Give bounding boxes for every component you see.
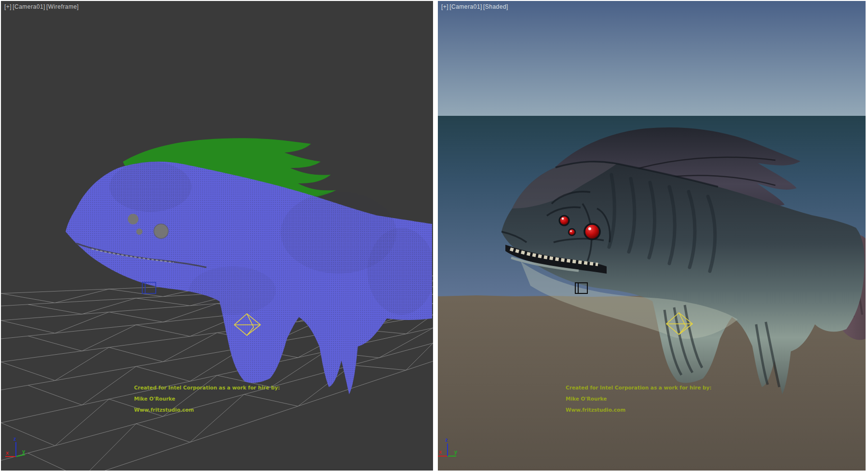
wireframe-stipple-patch xyxy=(189,266,276,315)
fish-eye-wireframe xyxy=(128,214,138,224)
axis-y-label: y xyxy=(22,448,26,454)
viewport-label-shaded: [+] [Camera01] [Shaded] xyxy=(441,3,508,10)
viewport-shaded[interactable]: [+] [Camera01] [Shaded] xyxy=(438,1,866,471)
axis-z-label: z xyxy=(445,437,448,443)
axis-tripod: x y z xyxy=(5,436,26,457)
viewport-pov-menu[interactable]: [Camera01] xyxy=(13,3,45,10)
viewport-canvas: [+] [Camera01] [Wireframe] xyxy=(0,0,868,472)
viewport-shading-menu[interactable]: [Wireframe] xyxy=(46,3,79,10)
scene-attribution-text: Created for Intel Corporation as a work … xyxy=(566,385,712,413)
viewport-general-menu[interactable]: [+] xyxy=(441,3,448,10)
axis-x-label: x xyxy=(6,450,9,456)
viewport-label-wireframe: [+] [Camera01] [Wireframe] xyxy=(4,3,79,10)
environment-sky xyxy=(438,1,866,116)
axis-x-label: x xyxy=(439,449,442,455)
wireframe-stipple-patch xyxy=(109,162,191,212)
viewport-shading-menu[interactable]: [Shaded] xyxy=(483,3,508,10)
axis-y-label: y xyxy=(454,449,458,455)
scene-attribution-text: Created for Intel Corporation as a work … xyxy=(134,385,280,413)
fish-model-wireframe[interactable] xyxy=(66,162,433,394)
fish-eye-wireframe xyxy=(154,224,168,238)
viewport-general-menu[interactable]: [+] xyxy=(4,3,12,10)
wireframe-stipple-patch xyxy=(367,228,433,315)
viewport-wireframe[interactable]: [+] [Camera01] [Wireframe] xyxy=(1,1,433,471)
viewport-pov-menu[interactable]: [Camera01] xyxy=(449,3,482,10)
axis-z-label: z xyxy=(14,436,16,442)
fish-eye-wireframe xyxy=(136,229,143,235)
